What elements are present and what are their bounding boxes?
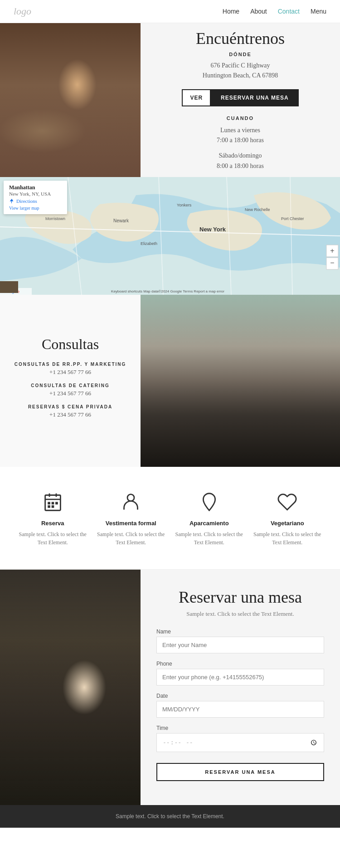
weekend-hours: Sábado/domingo 8:00 a 18:00 horas	[217, 151, 264, 171]
hero-section: Encuéntrenos DÓNDE 676 Pacific C Highway…	[0, 23, 340, 177]
directions-icon	[9, 198, 15, 204]
heart-svg	[277, 492, 297, 512]
amenity-reserva-text: Sample text. Click to select the Text El…	[19, 530, 87, 547]
hero-content: Encuéntrenos DÓNDE 676 Pacific C Highway…	[141, 23, 340, 177]
svg-text:Yonkers: Yonkers	[177, 203, 192, 207]
where-label: DÓNDE	[229, 52, 252, 57]
catering-phone: +1 234 567 77 66	[31, 390, 110, 397]
private-dinner-phone: +1 234 567 77 66	[28, 411, 112, 418]
ver-button[interactable]: VER	[182, 89, 211, 106]
svg-point-37	[207, 497, 211, 501]
address-line1: 676 Pacific C Highway	[210, 62, 270, 69]
time-input[interactable]	[156, 733, 324, 752]
reservation-title: Reservar una mesa	[156, 588, 324, 607]
pin-icon	[197, 489, 222, 514]
consult-section: Consultas CONSULTAS DE RR.PP. Y MARKETIN…	[0, 295, 340, 467]
amenity-aparcamiento: Aparcamiento Sample text. Click to selec…	[175, 489, 243, 547]
form-submit-button[interactable]: RESERVAR UNA MESA	[156, 763, 324, 781]
map-overlay: Manhattan New York, NY, USA Directions V…	[4, 181, 67, 214]
map-section[interactable]: Manhattan New York, NY, USA Directions V…	[0, 177, 340, 295]
weekend-label: Sábado/domingo	[219, 152, 262, 159]
cta-buttons: VER RESERVAR UNA MESA	[182, 89, 298, 106]
heart-icon	[275, 489, 300, 514]
svg-text:−: −	[330, 259, 334, 267]
amenity-vestimenta: Vestimenta formal Sample text. Click to …	[97, 489, 165, 547]
phone-input[interactable]	[156, 669, 324, 686]
larger-map-link[interactable]: View larger map	[9, 206, 62, 211]
pin-svg	[199, 492, 219, 512]
name-label: Name	[156, 628, 324, 635]
date-group: Date	[156, 693, 324, 718]
reservation-section: Reservar una mesa Sample text. Click to …	[0, 570, 340, 805]
date-input[interactable]	[156, 701, 324, 718]
reserve-button[interactable]: RESERVAR UNA MESA	[211, 89, 298, 106]
weekday-hours: Lunes a viernes 7:00 a 18:00 horas	[217, 125, 264, 146]
svg-text:Elizabeth: Elizabeth	[141, 241, 157, 246]
catering-category: CONSULTAS DE CATERING +1 234 567 77 66	[31, 383, 110, 397]
calendar-svg	[43, 492, 63, 512]
svg-rect-32	[51, 502, 54, 505]
amenity-vegetariano-title: Vegetariano	[253, 520, 321, 527]
chef-photo	[0, 570, 141, 805]
nav-home[interactable]: Home	[223, 8, 239, 15]
svg-text:+: +	[330, 247, 334, 254]
date-label: Date	[156, 693, 324, 699]
consult-title: Consultas	[42, 336, 99, 353]
amenity-aparcamiento-title: Aparcamiento	[175, 520, 243, 527]
footer-text: Sample text. Click to select the Text El…	[116, 813, 224, 820]
weekday-label: Lunes a viernes	[220, 127, 260, 134]
amenity-vegetariano-text: Sample text. Click to select the Text El…	[253, 530, 321, 547]
private-dinner-category: RESERVAS $ CENA PRIVADA +1 234 567 77 66	[28, 404, 112, 418]
pr-title: CONSULTAS DE RR.PP. Y MARKETING	[15, 362, 126, 367]
nav-about[interactable]: About	[250, 8, 267, 15]
consult-image	[141, 295, 340, 467]
reservation-subtitle: Sample text. Click to select the Text El…	[156, 610, 324, 618]
navigation: logo Home About Contact Menu	[0, 0, 340, 23]
private-dinner-title: RESERVAS $ CENA PRIVADA	[28, 404, 112, 409]
amenity-reserva: Reserva Sample text. Click to select the…	[19, 489, 87, 547]
svg-rect-33	[55, 502, 58, 505]
map-title: Manhattan	[9, 184, 62, 191]
consult-info: Consultas CONSULTAS DE RR.PP. Y MARKETIN…	[0, 295, 141, 467]
name-group: Name	[156, 628, 324, 653]
name-input[interactable]	[156, 637, 324, 653]
bar-photo	[141, 295, 340, 467]
map-subtitle: New York, NY, USA	[9, 191, 62, 197]
reservation-form-container: Reservar una mesa Sample text. Click to …	[141, 570, 340, 805]
svg-text:Newark: Newark	[113, 218, 129, 223]
nav-menu[interactable]: Menu	[311, 8, 326, 15]
amenity-vegetariano: Vegetariano Sample text. Click to select…	[253, 489, 321, 547]
svg-text:New Rochelle: New Rochelle	[245, 207, 270, 212]
weekend-time: 8:00 a 18:00 horas	[217, 163, 264, 169]
svg-text:Keyboard shortcuts  Map data©2: Keyboard shortcuts Map data©2024 Google …	[111, 289, 224, 293]
svg-rect-31	[48, 502, 50, 505]
when-label: CUANDO	[217, 115, 264, 121]
svg-text:Port Chester: Port Chester	[281, 216, 304, 221]
amenity-aparcamiento-text: Sample text. Click to select the Text El…	[175, 530, 243, 547]
logo: logo	[14, 5, 31, 17]
svg-text:Morristown: Morristown	[45, 216, 65, 221]
svg-rect-26	[0, 281, 18, 293]
pr-category: CONSULTAS DE RR.PP. Y MARKETING +1 234 5…	[15, 362, 126, 376]
restaurant-photo	[0, 23, 141, 177]
address-line2: Huntington Beach, CA 67898	[203, 72, 278, 79]
amenity-vestimenta-text: Sample text. Click to select the Text El…	[97, 530, 165, 547]
svg-text:New York: New York	[199, 226, 226, 233]
directions-button[interactable]: Directions	[9, 198, 62, 204]
weekday-time: 7:00 a 18:00 horas	[217, 137, 264, 144]
catering-title: CONSULTAS DE CATERING	[31, 383, 110, 388]
phone-group: Phone	[156, 661, 324, 686]
amenity-reserva-title: Reserva	[19, 520, 87, 527]
svg-rect-35	[51, 505, 54, 508]
directions-label: Directions	[16, 198, 37, 204]
pr-phone: +1 234 567 77 66	[15, 369, 126, 376]
time-label: Time	[156, 725, 324, 731]
hours-section: CUANDO Lunes a viernes 7:00 a 18:00 hora…	[217, 115, 264, 172]
nav-links: Home About Contact Menu	[223, 8, 326, 15]
reservation-image	[0, 570, 141, 805]
svg-rect-34	[48, 505, 50, 508]
amenities-section: Reserva Sample text. Click to select the…	[0, 467, 340, 570]
nav-contact[interactable]: Contact	[278, 8, 300, 15]
footer: Sample text. Click to select the Text El…	[0, 805, 340, 828]
person-icon	[118, 489, 143, 514]
